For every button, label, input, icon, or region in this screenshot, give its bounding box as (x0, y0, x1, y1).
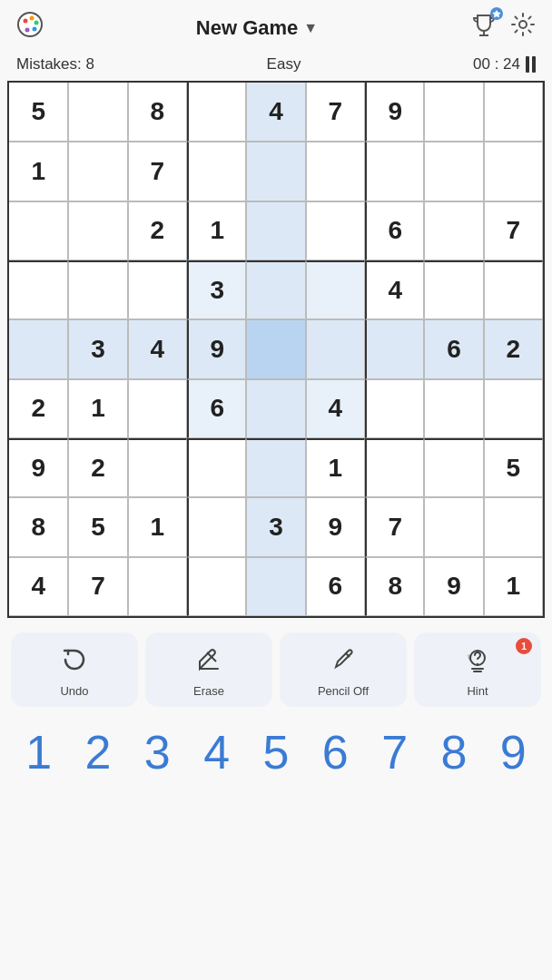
cell[interactable] (187, 142, 246, 201)
cell[interactable] (484, 260, 543, 319)
header-title[interactable]: New Game ▼ (196, 16, 318, 40)
cell[interactable]: 9 (187, 319, 246, 378)
cell[interactable] (68, 83, 127, 142)
undo-button[interactable]: Undo (11, 632, 138, 707)
cell[interactable]: 4 (128, 319, 187, 378)
cell[interactable] (128, 557, 187, 616)
cell[interactable] (365, 319, 424, 378)
cell[interactable] (9, 319, 68, 378)
cell[interactable] (484, 497, 543, 556)
cell[interactable] (424, 260, 483, 319)
cell[interactable]: 1 (128, 497, 187, 556)
cell[interactable]: 6 (306, 557, 365, 616)
cell[interactable]: 2 (484, 319, 543, 378)
cell[interactable] (9, 260, 68, 319)
cell[interactable]: 9 (9, 438, 68, 497)
cell[interactable] (187, 557, 246, 616)
cell[interactable] (128, 260, 187, 319)
cell[interactable] (365, 379, 424, 438)
cell[interactable] (424, 379, 483, 438)
cell[interactable] (246, 438, 305, 497)
cell[interactable] (246, 260, 305, 319)
cell[interactable] (424, 83, 483, 142)
number-9-button[interactable]: 9 (497, 729, 530, 776)
cell[interactable]: 1 (306, 438, 365, 497)
palette-icon[interactable] (16, 11, 44, 44)
cell[interactable]: 4 (246, 83, 305, 142)
cell[interactable] (68, 201, 127, 260)
cell[interactable]: 9 (424, 557, 483, 616)
cell[interactable] (484, 83, 543, 142)
cell[interactable] (424, 438, 483, 497)
cell[interactable] (424, 497, 483, 556)
cell[interactable] (246, 319, 305, 378)
cell[interactable] (424, 201, 483, 260)
cell[interactable]: 7 (306, 83, 365, 142)
cell[interactable]: 4 (306, 379, 365, 438)
cell[interactable]: 1 (9, 142, 68, 201)
cell[interactable] (365, 438, 424, 497)
number-2-button[interactable]: 2 (82, 729, 115, 776)
cell[interactable] (365, 142, 424, 201)
cell[interactable] (187, 83, 246, 142)
cell[interactable] (246, 379, 305, 438)
cell[interactable]: 2 (9, 379, 68, 438)
cell[interactable]: 7 (365, 497, 424, 556)
cell[interactable]: 3 (187, 260, 246, 319)
cell[interactable]: 6 (365, 201, 424, 260)
cell[interactable] (306, 142, 365, 201)
number-7-button[interactable]: 7 (378, 729, 411, 776)
cell[interactable] (306, 260, 365, 319)
cell[interactable] (187, 497, 246, 556)
cell[interactable]: 1 (68, 379, 127, 438)
cell[interactable]: 5 (9, 83, 68, 142)
number-4-button[interactable]: 4 (200, 729, 233, 776)
cell[interactable]: 9 (306, 497, 365, 556)
cell[interactable] (128, 438, 187, 497)
cell[interactable]: 7 (128, 142, 187, 201)
cell[interactable]: 3 (68, 319, 127, 378)
pause-icon[interactable] (526, 56, 536, 73)
cell[interactable]: 6 (187, 379, 246, 438)
trophy-icon[interactable] (470, 11, 498, 44)
number-8-button[interactable]: 8 (438, 729, 471, 776)
cell[interactable] (68, 142, 127, 201)
cell[interactable]: 9 (365, 83, 424, 142)
cell[interactable] (128, 379, 187, 438)
cell[interactable]: 5 (484, 438, 543, 497)
cell[interactable]: 7 (484, 201, 543, 260)
cell[interactable]: 2 (128, 201, 187, 260)
gear-icon[interactable] (510, 12, 536, 44)
given-number: 7 (151, 157, 165, 186)
cell[interactable]: 1 (484, 557, 543, 616)
hint-button[interactable]: 1 Hint (414, 632, 541, 707)
pencil-button[interactable]: Pencil Off (280, 632, 407, 707)
cell[interactable]: 7 (68, 557, 127, 616)
cell[interactable] (484, 142, 543, 201)
cell[interactable]: 3 (246, 497, 305, 556)
number-3-button[interactable]: 3 (141, 729, 174, 776)
cell[interactable]: 5 (68, 497, 127, 556)
cell[interactable] (246, 557, 305, 616)
cell[interactable]: 8 (9, 497, 68, 556)
erase-button[interactable]: Erase (145, 632, 272, 707)
cell[interactable] (68, 260, 127, 319)
cell[interactable] (9, 201, 68, 260)
cell[interactable] (306, 319, 365, 378)
cell[interactable]: 8 (365, 557, 424, 616)
number-5-button[interactable]: 5 (260, 729, 293, 776)
number-1-button[interactable]: 1 (22, 729, 55, 776)
cell[interactable]: 4 (365, 260, 424, 319)
number-6-button[interactable]: 6 (319, 729, 352, 776)
cell[interactable] (246, 201, 305, 260)
cell[interactable]: 6 (424, 319, 483, 378)
cell[interactable] (484, 379, 543, 438)
cell[interactable]: 2 (68, 438, 127, 497)
cell[interactable]: 4 (9, 557, 68, 616)
cell[interactable]: 1 (187, 201, 246, 260)
cell[interactable] (246, 142, 305, 201)
cell[interactable] (424, 142, 483, 201)
cell[interactable] (306, 201, 365, 260)
cell[interactable]: 8 (128, 83, 187, 142)
cell[interactable] (187, 438, 246, 497)
